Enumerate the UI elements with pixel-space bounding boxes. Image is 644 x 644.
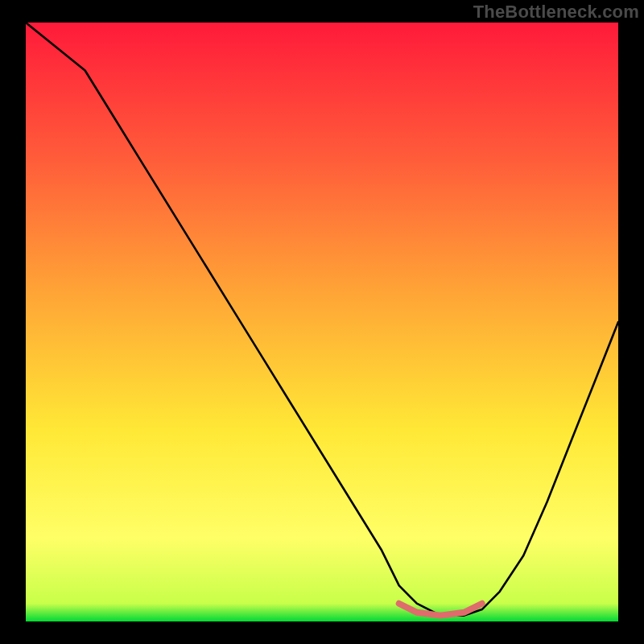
watermark-text: TheBottleneck.com [473,2,639,23]
chart-frame: TheBottleneck.com [0,0,644,644]
gradient-background [26,23,618,621]
bottleneck-chart [26,23,618,621]
